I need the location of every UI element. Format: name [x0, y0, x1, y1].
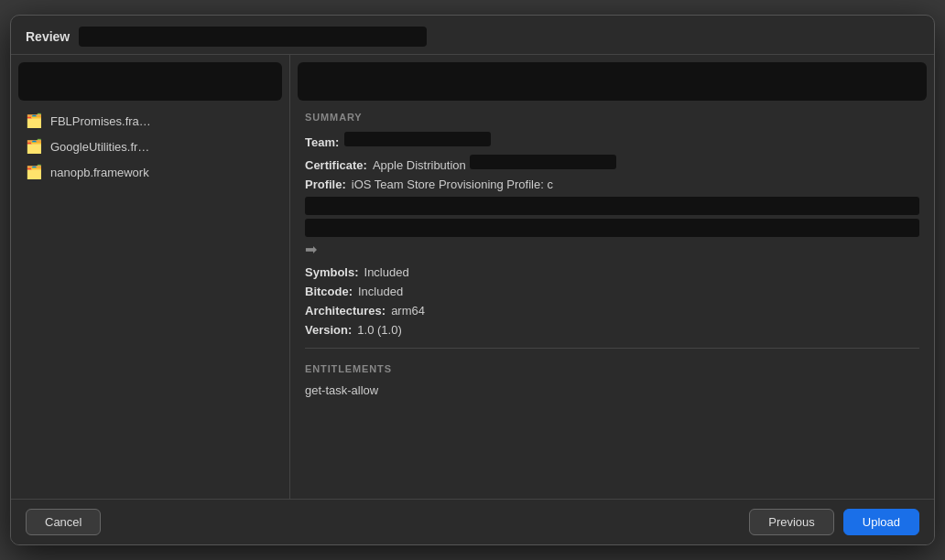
- dialog-title: Review: [26, 29, 70, 44]
- detail-header-box: [298, 62, 927, 101]
- profile-value: iOS Team Store Provisioning Profile: c: [352, 178, 553, 191]
- title-bar: Review: [11, 16, 934, 55]
- version-label: Version:: [305, 323, 352, 337]
- profile-label: Profile:: [305, 178, 346, 191]
- sidebar: 🗂️ FBLPromises.fra… 🗂️ GoogleUtilities.f…: [11, 55, 290, 499]
- entitlement-key-row: get-task-allow: [305, 383, 919, 397]
- bitcode-value: Included: [358, 285, 403, 298]
- expand-icon[interactable]: ➡: [305, 241, 919, 258]
- profile-box-redacted: [305, 197, 919, 215]
- symbols-label: Symbols:: [305, 265, 359, 279]
- detail-body: SUMMARY Team: Certificate: Apple Distrib…: [290, 101, 934, 499]
- list-item[interactable]: 🗂️ FBLPromises.fra…: [11, 108, 289, 134]
- section-divider: [305, 348, 919, 349]
- certificate-value-redacted: [470, 155, 616, 169]
- architectures-label: Architectures:: [305, 304, 386, 318]
- profile-row: Profile: iOS Team Store Provisioning Pro…: [305, 178, 919, 191]
- version-row: Version: 1.0 (1.0): [305, 323, 919, 337]
- architectures-value: arm64: [391, 304, 425, 318]
- framework-icon-1: 🗂️: [26, 113, 43, 129]
- team-row: Team:: [305, 132, 919, 149]
- entitlements-section: ENTITLEMENTS get-task-allow: [305, 363, 919, 397]
- framework-label-3: nanopb.framework: [50, 166, 149, 179]
- footer-right: Previous Upload: [749, 509, 919, 535]
- summary-title: SUMMARY: [305, 112, 919, 123]
- sidebar-header-box: [18, 62, 282, 101]
- team-label: Team:: [305, 135, 339, 149]
- bitcode-row: Bitcode: Included: [305, 285, 919, 298]
- framework-label-1: FBLPromises.fra…: [50, 114, 151, 128]
- certificate-value: Apple Distribution: [373, 158, 466, 172]
- entitlements-title: ENTITLEMENTS: [305, 363, 919, 374]
- profile-box-redacted-2: [305, 219, 919, 237]
- previous-button[interactable]: Previous: [749, 509, 834, 535]
- list-item[interactable]: 🗂️ GoogleUtilities.fr…: [11, 134, 289, 159]
- list-item[interactable]: 🗂️ nanopb.framework: [11, 159, 289, 185]
- certificate-label: Certificate:: [305, 158, 367, 172]
- cancel-button[interactable]: Cancel: [26, 509, 101, 535]
- title-value-redacted: [79, 27, 427, 47]
- framework-label-2: GoogleUtilities.fr…: [50, 140, 149, 154]
- version-value: 1.0 (1.0): [357, 323, 401, 337]
- bitcode-label: Bitcode:: [305, 285, 353, 298]
- framework-icon-3: 🗂️: [26, 164, 43, 180]
- main-content: 🗂️ FBLPromises.fra… 🗂️ GoogleUtilities.f…: [11, 55, 934, 499]
- symbols-row: Symbols: Included: [305, 265, 919, 279]
- upload-button[interactable]: Upload: [843, 509, 919, 535]
- certificate-row: Certificate: Apple Distribution: [305, 155, 919, 172]
- symbols-value: Included: [364, 265, 409, 279]
- dialog: Review 🗂️ FBLPromises.fra… 🗂️ GoogleUtil…: [10, 15, 935, 545]
- architectures-row: Architectures: arm64: [305, 304, 919, 318]
- framework-icon-2: 🗂️: [26, 138, 43, 155]
- entitlement-key: get-task-allow: [305, 383, 378, 397]
- detail-panel: SUMMARY Team: Certificate: Apple Distrib…: [290, 55, 934, 499]
- team-value-redacted: [344, 132, 491, 146]
- footer: Cancel Previous Upload: [11, 499, 934, 544]
